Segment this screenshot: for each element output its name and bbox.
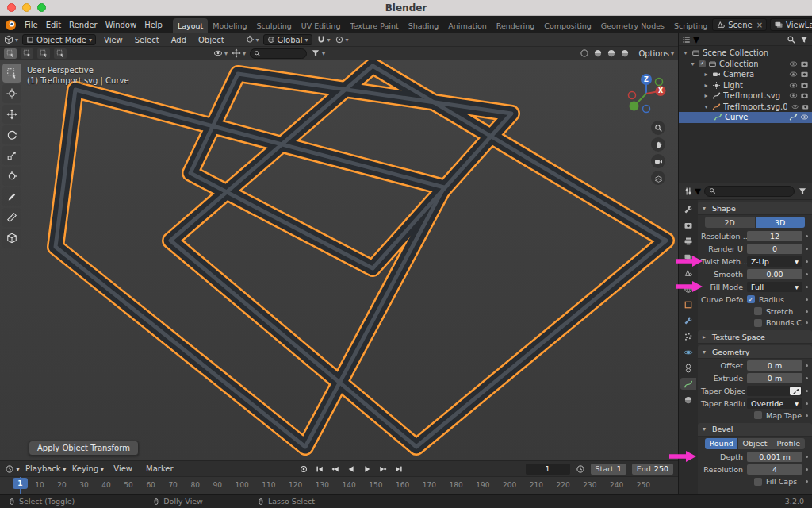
panel-texture-space[interactable]: ▸ Texture Space xyxy=(698,330,812,344)
animate-dot[interactable] xyxy=(802,321,810,324)
animate-dot[interactable] xyxy=(802,390,810,392)
animate-dot[interactable] xyxy=(802,286,810,288)
close-button[interactable] xyxy=(7,3,16,12)
map-taper-checkbox[interactable] xyxy=(754,411,762,419)
tab-uv-editing[interactable]: UV Editing xyxy=(297,18,346,33)
collapse-icon[interactable]: ▸ xyxy=(703,333,709,341)
playback-sync-icon[interactable] xyxy=(576,464,585,474)
menu-edit[interactable]: Edit xyxy=(42,21,65,29)
extrude-field[interactable]: 0 m xyxy=(747,373,802,383)
3d-button[interactable]: 3D xyxy=(756,217,806,228)
properties-filter-icon[interactable] xyxy=(798,187,807,196)
outliner-row-collection[interactable]: ▾ ✓ Collection xyxy=(679,59,812,70)
menu-window[interactable]: Window xyxy=(102,21,140,29)
panel-shape[interactable]: ▾ Shape xyxy=(698,202,812,215)
play-button[interactable] xyxy=(360,463,374,475)
outliner-search-icon[interactable] xyxy=(787,35,796,44)
menu-select[interactable]: Select xyxy=(131,36,163,44)
animate-dot[interactable] xyxy=(802,480,810,483)
animate-dot[interactable] xyxy=(802,298,810,301)
navigation-gizmo[interactable]: Z X xyxy=(626,73,667,114)
menu-playback[interactable]: Playback▾ xyxy=(25,464,67,473)
play-reverse-button[interactable] xyxy=(344,463,358,475)
proportional-editing-button[interactable]: ▾ xyxy=(335,35,349,44)
fill-caps-checkbox[interactable] xyxy=(754,478,762,486)
tab-constraints[interactable] xyxy=(680,362,696,374)
smooth-field[interactable]: 0.00 xyxy=(747,269,802,279)
disclosure-icon[interactable]: ▸ xyxy=(703,82,710,89)
add-cube-tool[interactable] xyxy=(2,229,21,248)
view-layer-selector[interactable]: ViewLayer × xyxy=(770,18,812,31)
resolution-field[interactable]: 12 xyxy=(747,231,802,241)
eyedropper-icon[interactable] xyxy=(790,387,801,395)
animate-dot[interactable] xyxy=(802,273,810,275)
timeline-editor-type-button[interactable]: ▾ xyxy=(5,464,20,474)
measure-tool[interactable] xyxy=(2,208,21,227)
panel-bevel[interactable]: ▾ Bevel xyxy=(698,423,812,437)
menu-keying[interactable]: Keying▾ xyxy=(72,464,105,473)
menu-file[interactable]: File xyxy=(21,21,42,29)
filter-dropdown[interactable]: ▾ xyxy=(311,48,325,58)
curve-object-trefoil-knot[interactable] xyxy=(0,60,678,460)
hide-viewport-eye-icon[interactable] xyxy=(791,102,799,111)
shading-rendered-icon[interactable] xyxy=(620,48,630,58)
hide-viewport-eye-icon[interactable] xyxy=(789,60,798,68)
outliner-row-trefimport-svg[interactable]: ▸ TrefImport.svg xyxy=(679,90,812,102)
hide-viewport-eye-icon[interactable] xyxy=(789,70,798,79)
tab-tool[interactable] xyxy=(680,203,696,215)
snapping-button[interactable]: ▾ xyxy=(316,35,331,44)
select-mode-new-icon[interactable] xyxy=(4,48,17,59)
animate-dot[interactable] xyxy=(802,248,810,250)
tab-rendering[interactable]: Rendering xyxy=(492,18,540,33)
move-tool[interactable] xyxy=(2,105,21,124)
menu-timeline-view[interactable]: View xyxy=(109,464,136,473)
menu-object[interactable]: Object xyxy=(194,36,228,44)
tab-scene[interactable] xyxy=(680,267,696,279)
bevel-object-button[interactable]: Object xyxy=(738,438,771,449)
outliner-row-light[interactable]: ▸ Light xyxy=(679,80,812,91)
tab-object-data[interactable] xyxy=(680,378,696,390)
collapse-icon[interactable]: ▾ xyxy=(703,348,709,356)
mode-dropdown[interactable]: Object Mode ▾ xyxy=(22,34,96,45)
tab-object[interactable] xyxy=(680,298,696,310)
3d-viewport[interactable]: User Perspective (1) TrefImport.svg | Cu… xyxy=(0,60,678,460)
visibility-dropdown[interactable]: ▾ xyxy=(213,48,228,58)
bevel-profile-button[interactable]: Profile xyxy=(772,438,805,449)
offset-field[interactable]: 0 m xyxy=(747,360,802,371)
transform-tool[interactable] xyxy=(2,167,21,186)
tab-animation[interactable]: Animation xyxy=(443,18,491,33)
hide-render-camera-icon[interactable] xyxy=(802,102,809,111)
select-mode-subtract-icon[interactable] xyxy=(37,48,50,59)
animate-dot[interactable] xyxy=(802,456,810,458)
animate-dot[interactable] xyxy=(802,402,810,405)
menu-help[interactable]: Help xyxy=(140,21,167,29)
bevel-round-button[interactable]: Round xyxy=(705,438,737,449)
outliner-editor-type-button[interactable]: ▾ xyxy=(682,32,699,47)
hide-render-camera-icon[interactable] xyxy=(800,60,809,68)
tab-render[interactable] xyxy=(680,219,696,231)
scene-selector[interactable]: Scene × xyxy=(712,18,767,31)
animate-dot[interactable] xyxy=(802,414,810,417)
animate-dot[interactable] xyxy=(802,377,810,379)
zoom-icon[interactable] xyxy=(651,121,665,135)
tab-particles[interactable] xyxy=(680,330,696,342)
disclosure-icon[interactable]: ▸ xyxy=(703,71,710,78)
editor-type-button[interactable]: ▾ xyxy=(4,35,18,44)
zoom-button[interactable] xyxy=(37,3,46,12)
timeline-ruler[interactable]: 1102030405060708090100110120130140150160… xyxy=(0,476,678,494)
minimize-button[interactable] xyxy=(22,3,31,12)
animate-dot[interactable] xyxy=(802,310,810,313)
menu-add[interactable]: Add xyxy=(167,36,190,44)
tab-layout[interactable]: Layout xyxy=(173,18,208,33)
ortho-toggle-icon[interactable] xyxy=(651,171,665,185)
bevel-resolution-field[interactable]: 4 xyxy=(747,464,802,475)
fill-mode-dropdown[interactable]: Full▾ xyxy=(747,282,802,292)
2d-button[interactable]: 2D xyxy=(705,217,755,228)
stretch-checkbox[interactable] xyxy=(754,307,762,315)
menu-render[interactable]: Render xyxy=(65,21,102,29)
shading-wireframe-icon[interactable] xyxy=(580,48,589,58)
tab-modeling[interactable]: Modeling xyxy=(208,18,251,33)
frame-start-field[interactable]: Start1 xyxy=(591,464,626,475)
annotate-tool[interactable] xyxy=(2,187,21,206)
scale-tool[interactable] xyxy=(2,146,21,165)
